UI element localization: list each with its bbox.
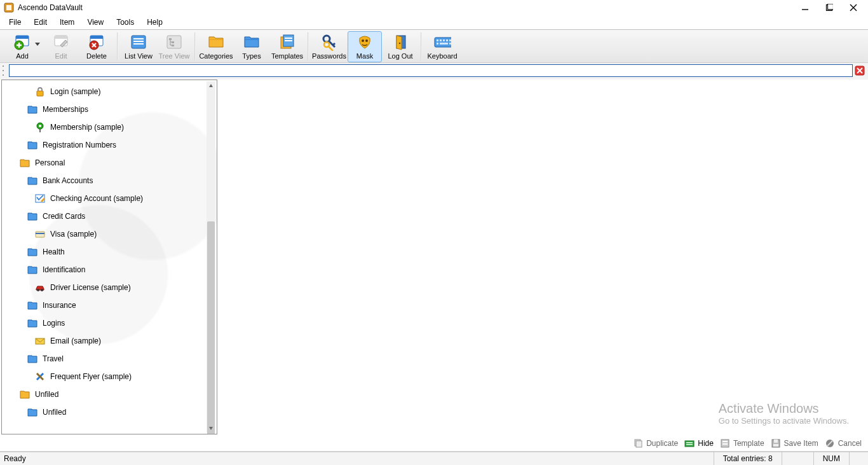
svg-rect-83: [773, 444, 778, 447]
minimize-button[interactable]: [801, 3, 810, 12]
svg-rect-23: [133, 41, 144, 42]
svg-rect-47: [437, 39, 438, 41]
menu-edit[interactable]: Edit: [27, 16, 53, 29]
toolbar-edit-label: Edit: [55, 52, 67, 60]
tree-node[interactable]: Driver License (sample): [31, 279, 205, 296]
menu-tools[interactable]: Tools: [110, 16, 140, 29]
toolbar-treeview-button: Tree View: [157, 31, 191, 62]
status-numlock: NUM: [813, 452, 849, 465]
tree-node-label: Memberships: [43, 105, 88, 114]
toolbar-passwords-label: Passwords: [312, 52, 346, 60]
svg-rect-17: [90, 36, 103, 39]
svg-rect-24: [133, 43, 144, 45]
menu-view[interactable]: View: [81, 16, 110, 29]
tree-node[interactable]: Checking Account (sample): [31, 190, 205, 207]
folder-b-icon: [26, 103, 39, 116]
svg-line-40: [329, 46, 333, 51]
delete-icon: [88, 33, 105, 51]
tree-node[interactable]: Memberships: [24, 101, 205, 118]
window-title: Ascendo DataVault: [18, 3, 83, 12]
action-cancel-button: Cancel: [825, 438, 862, 448]
action-hide-button[interactable]: Hide: [684, 438, 714, 448]
menu-help[interactable]: Help: [140, 16, 169, 29]
toolbar-keyboard-button[interactable]: Keyboard: [425, 31, 459, 62]
svg-marker-44: [397, 36, 402, 50]
tree-node[interactable]: Membership (sample): [31, 118, 205, 136]
svg-rect-1: [6, 5, 11, 10]
folder-y-icon: [18, 388, 31, 401]
toolbar-listview-label: List View: [125, 52, 153, 60]
tree-node[interactable]: Identification: [24, 261, 205, 279]
tree-node-label: Driver License (sample): [50, 283, 131, 292]
toolbar-passwords-button[interactable]: Passwords: [312, 31, 346, 62]
toolbar-grip: [3, 64, 6, 77]
tree-node-label: Insurance: [43, 301, 76, 310]
svg-rect-48: [440, 39, 442, 41]
tree-node-label: Credit Cards: [43, 212, 85, 221]
svg-rect-80: [722, 443, 728, 445]
edit-icon: [52, 33, 70, 51]
search-input[interactable]: [9, 64, 853, 77]
tree-node[interactable]: Health: [24, 243, 205, 261]
tree-node[interactable]: Unfiled: [16, 385, 205, 403]
folder-b-icon: [26, 299, 39, 312]
svg-rect-26: [169, 38, 172, 40]
toolbar-add-button[interactable]: Add: [2, 31, 43, 62]
toolbar-templates-button[interactable]: Templates: [270, 31, 304, 62]
lock-icon: [34, 85, 46, 98]
toolbar-add-label: Add: [16, 52, 29, 60]
folder-b-icon: [26, 246, 39, 258]
folder-b-icon: [243, 33, 261, 51]
close-button[interactable]: [849, 3, 858, 12]
svg-rect-34: [285, 38, 292, 39]
tree-node[interactable]: Bank Accounts: [24, 172, 205, 190]
tree-node-label: Checking Account (sample): [50, 194, 143, 203]
svg-rect-54: [449, 43, 451, 45]
tree-node[interactable]: Visa (sample): [31, 225, 205, 243]
toolbar-mask-button[interactable]: Mask: [348, 31, 382, 62]
menu-file[interactable]: File: [3, 16, 27, 29]
list-icon: [130, 33, 147, 51]
action-cancel-label: Cancel: [838, 439, 862, 448]
tree-node-label: Unfiled: [35, 390, 58, 399]
menu-item[interactable]: Item: [53, 16, 81, 29]
maximize-button[interactable]: [825, 3, 834, 12]
tree-node[interactable]: Unfiled: [24, 403, 205, 421]
keys-icon: [320, 33, 338, 51]
tree-node[interactable]: Insurance: [24, 296, 205, 314]
tree-scrollbar[interactable]: [207, 81, 215, 433]
toolbar-keyboard-label: Keyboard: [427, 52, 457, 60]
tree-node[interactable]: Email (sample): [31, 332, 205, 350]
svg-marker-71: [209, 84, 213, 87]
tree-node[interactable]: Login (sample): [31, 83, 205, 101]
tree-icon: [165, 33, 183, 51]
action-saveitem-label: Save Item: [784, 439, 818, 448]
tree-node[interactable]: Registration Numbers: [24, 136, 205, 154]
status-entries: Total entries: 8: [714, 452, 782, 465]
mask-icon: [356, 33, 374, 51]
toolbar-listview-button[interactable]: List View: [121, 31, 156, 62]
action-saveitem-button: Save Item: [771, 438, 818, 448]
tree-node[interactable]: Personal: [16, 154, 205, 172]
folder-b-icon: [26, 139, 39, 151]
svg-rect-35: [285, 40, 292, 41]
folder-b-icon: [26, 406, 39, 419]
toolbar-delete-button[interactable]: Delete: [79, 31, 114, 62]
toolbar-types-button[interactable]: Types: [234, 31, 269, 62]
tree-node[interactable]: Frequent Flyer (sample): [31, 368, 205, 385]
tree-node[interactable]: Credit Cards: [24, 207, 205, 225]
toolbar-mask-label: Mask: [356, 52, 373, 60]
toolbar-edit-button: Edit: [44, 31, 78, 62]
svg-rect-53: [440, 43, 448, 45]
tree-node[interactable]: Logins: [24, 314, 205, 332]
dropdown-caret-icon: [35, 39, 40, 48]
clear-search-icon[interactable]: [854, 65, 865, 76]
toolbar-logout-button[interactable]: Log Out: [383, 31, 417, 62]
svg-rect-58: [37, 91, 43, 96]
tree-node[interactable]: Travel: [24, 350, 205, 368]
toolbar-categories-button[interactable]: Categories: [199, 31, 233, 62]
tree-node-label: Frequent Flyer (sample): [50, 372, 132, 381]
check-icon: [34, 192, 46, 205]
svg-rect-22: [133, 38, 144, 39]
svg-rect-82: [774, 440, 778, 443]
